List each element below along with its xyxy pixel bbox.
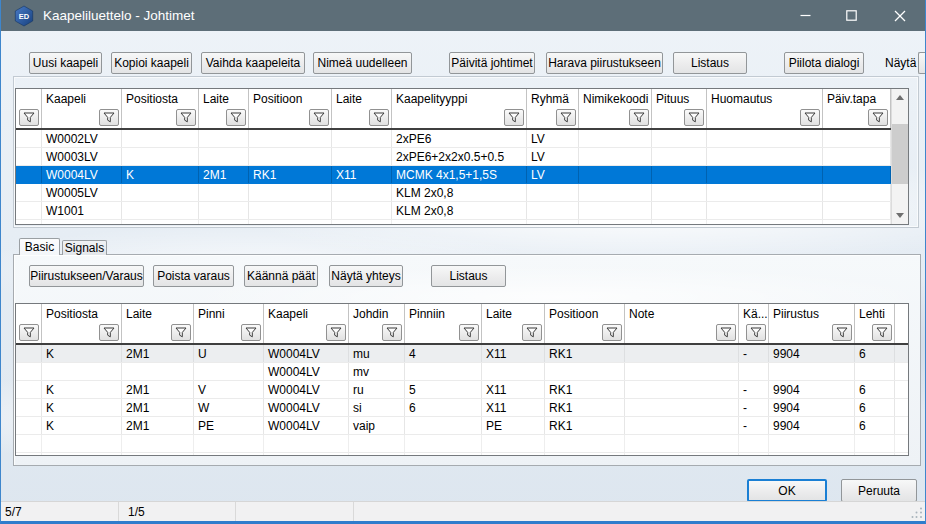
filter-button[interactable] — [716, 324, 736, 341]
filter-cell — [579, 108, 652, 128]
table-row[interactable]: K2M1VW0004LVru5X11RK1-99046 — [16, 381, 908, 399]
filter-button[interactable] — [226, 109, 246, 126]
close-icon — [894, 10, 906, 22]
clipped-button[interactable] — [918, 52, 926, 74]
cell: 9904 — [769, 381, 855, 398]
update-conductors-button[interactable]: Päivitä johtimet — [449, 52, 535, 74]
cell: LV — [527, 148, 579, 165]
filter-button[interactable] — [459, 324, 479, 341]
table-row[interactable]: K2M1PEW0004LVvaipPERK1-99046 — [16, 417, 908, 435]
status-cell-empty — [236, 502, 354, 522]
filter-button[interactable] — [99, 109, 119, 126]
harvest-to-drawing-button[interactable]: Harava piirustukseen — [546, 52, 663, 74]
hide-dialog-button[interactable]: Piilota dialogi — [784, 52, 864, 74]
flip-ends-button[interactable]: Käännä päät — [244, 265, 318, 287]
resize-grip-icon[interactable] — [911, 507, 923, 519]
cell — [625, 381, 739, 398]
filter-button[interactable] — [522, 324, 542, 341]
row-selector — [16, 345, 42, 362]
minimize-button[interactable] — [782, 0, 828, 31]
vertical-scrollbar[interactable] — [891, 89, 908, 224]
filter-button[interactable] — [868, 109, 888, 126]
column-header: Positioon — [249, 89, 332, 108]
maximize-button[interactable] — [828, 0, 874, 31]
cell — [122, 130, 199, 147]
filter-button[interactable] — [504, 109, 524, 126]
swap-cables-button[interactable]: Vaihda kaapeleita — [201, 52, 305, 74]
minimize-icon — [800, 10, 811, 21]
close-button[interactable] — [874, 0, 925, 31]
to-drawing-reserve-button[interactable]: Piirustukseen/Varaus — [29, 265, 144, 287]
cell: 9904 — [769, 399, 855, 416]
column-header: Lehti — [855, 304, 895, 323]
filter-button[interactable] — [872, 324, 892, 341]
table-row[interactable]: K2M1WW0004LVsi6X11RK1-99046 — [16, 399, 908, 417]
filter-button[interactable] — [19, 109, 39, 126]
cell: 6 — [855, 345, 895, 362]
cell: W0004LV — [42, 166, 122, 183]
cell — [707, 202, 823, 219]
tab-basic[interactable]: Basic — [19, 238, 60, 255]
row-selector — [16, 202, 42, 219]
empty-row — [16, 435, 908, 453]
funnel-icon — [560, 112, 572, 123]
filter-button[interactable] — [326, 324, 346, 341]
listing-button-conductors[interactable]: Listaus — [431, 265, 506, 287]
scroll-up-button[interactable] — [892, 89, 908, 106]
cell: 2M1 — [122, 381, 194, 398]
scrollbar-thumb[interactable] — [892, 124, 908, 184]
scroll-down-button[interactable] — [892, 207, 908, 224]
cell: KLM 2x0,8 — [392, 202, 527, 219]
cell: 2M1 — [122, 345, 194, 362]
column-header: Kaapeli — [42, 89, 122, 108]
cell — [42, 363, 122, 380]
filter-button[interactable] — [602, 324, 622, 341]
filter-button[interactable] — [171, 324, 191, 341]
ok-button[interactable]: OK — [747, 479, 827, 502]
filter-cell — [823, 108, 891, 128]
filter-button[interactable] — [382, 324, 402, 341]
filter-button[interactable] — [832, 324, 852, 341]
column-header: Laite — [482, 304, 545, 323]
filter-button[interactable] — [800, 109, 820, 126]
filter-button[interactable] — [629, 109, 649, 126]
filter-button[interactable] — [684, 109, 704, 126]
copy-cable-button[interactable]: Kopioi kaapeli — [111, 52, 192, 74]
cancel-button[interactable]: Peruuta — [841, 479, 917, 502]
cell — [579, 130, 652, 147]
table-row[interactable]: W0005LVKLM 2x0,8 — [16, 184, 908, 202]
status-cell-rows: 5/7 — [1, 502, 119, 522]
table-row[interactable]: W0004LVK2M1RK1X11MCMK 4x1,5+1,5SLV — [16, 166, 908, 184]
show-connection-button[interactable]: Näytä yhteys — [329, 265, 403, 287]
column-header: Pituus — [652, 89, 707, 108]
window-title: Kaapeliluettelo - Johtimet — [43, 0, 195, 31]
table-row[interactable]: W0004LVmv — [16, 363, 908, 381]
tab-signals[interactable]: Signals — [62, 240, 107, 255]
cell — [707, 148, 823, 165]
remove-reserve-button[interactable]: Poista varaus — [153, 265, 234, 287]
filter-button[interactable] — [309, 109, 329, 126]
table-row[interactable]: W0003LV2xPE6+2x2x0.5+0.5LV — [16, 148, 908, 166]
cell: W1001 — [42, 202, 122, 219]
filter-button[interactable] — [369, 109, 389, 126]
cell — [122, 184, 199, 201]
filter-button[interactable] — [176, 109, 196, 126]
listing-button[interactable]: Listaus — [673, 52, 747, 74]
cell: K — [42, 399, 122, 416]
filter-button[interactable] — [241, 324, 261, 341]
filter-button[interactable] — [556, 109, 576, 126]
app-icon: ED — [13, 5, 35, 27]
cell: W0004LV — [264, 345, 349, 362]
filter-button[interactable] — [19, 324, 39, 341]
titlebar: ED Kaapeliluettelo - Johtimet — [1, 0, 925, 31]
table-row[interactable]: K2M1UW0004LVmu4X11RK1-99046 — [16, 345, 908, 363]
rename-button[interactable]: Nimeä uudelleen — [313, 52, 412, 74]
table-row[interactable]: W0002LV2xPE6LV — [16, 130, 908, 148]
filter-button[interactable] — [99, 324, 119, 341]
new-cable-button[interactable]: Uusi kaapeli — [29, 52, 102, 74]
table-row[interactable]: W1001KLM 2x0,8 — [16, 202, 908, 220]
filter-button[interactable] — [746, 324, 766, 341]
column-header: Positiosta — [42, 304, 122, 323]
cell: W — [194, 399, 264, 416]
row-selector — [16, 148, 42, 165]
